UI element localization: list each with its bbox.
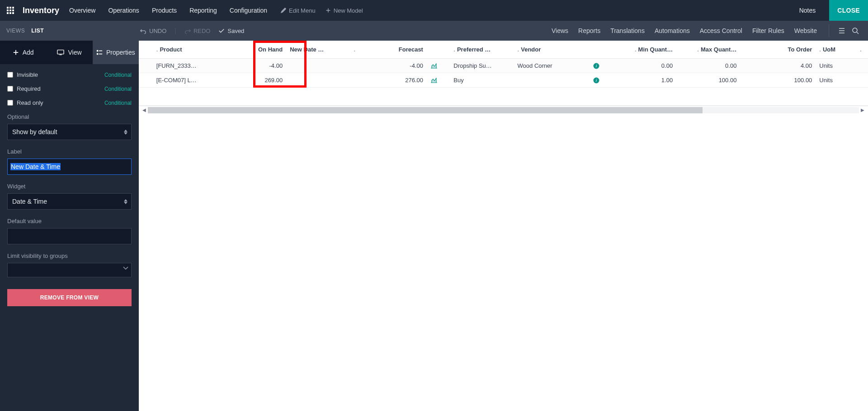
subbar-icons [829,24,862,37]
info-icon[interactable]: i [593,77,599,84]
widget-select[interactable]: Date & Time [7,193,132,210]
redo-button[interactable]: REDO [184,28,211,34]
app-name[interactable]: Inventory [21,6,66,15]
notes-button[interactable]: Notes [793,7,822,14]
col-new-date[interactable]: New Date … [286,41,350,59]
link-automations[interactable]: Automations [655,27,690,34]
info-icon[interactable]: i [593,63,599,69]
readonly-checkbox[interactable]: Read only [7,99,43,106]
readonly-conditional[interactable]: Conditional [104,100,132,106]
link-reports[interactable]: Reports [578,27,600,34]
chart-icon[interactable] [430,78,438,83]
forecast-chart-button[interactable] [427,59,450,73]
tab-properties[interactable]: Properties [93,41,139,64]
required-conditional[interactable]: Conditional [104,86,132,92]
main: .Product On Hand New Date … . Forecast .… [139,41,868,411]
check-icon [218,28,225,34]
cell-forecast: -4.00 [363,59,427,73]
optional-label: Optional [7,113,132,120]
remove-from-view-button[interactable]: REMOVE FROM VIEW [7,289,132,306]
close-button[interactable]: CLOSE [829,0,868,21]
link-website[interactable]: Website [794,27,817,34]
saved-label: Saved [227,28,244,34]
link-access-control[interactable]: Access Control [700,27,742,34]
tab-add[interactable]: Add [0,41,46,64]
table-row[interactable]: [FURN_2333…-4.00-4.00Dropship Su…Wood Co… [139,59,868,73]
search-icon[interactable] [849,24,862,37]
menu-operations[interactable]: Operations [108,7,139,14]
cell-new-date[interactable] [286,59,350,73]
label-input[interactable]: New Date & Time [10,163,61,170]
table-row[interactable]: [E-COM07] L…269.00276.00Buyi1.00100.0010… [139,73,868,88]
cell-new-date[interactable] [286,73,350,88]
cell-forecast: 276.00 [363,73,427,88]
saved-indicator: Saved [218,28,244,34]
optional-select[interactable]: Show by default [7,124,132,140]
apps-icon[interactable] [0,7,21,14]
cell-min-qty: 0.00 [613,59,676,73]
col-to-order[interactable]: To Order [740,41,816,59]
properties-icon [96,49,103,56]
scroll-track[interactable] [148,107,859,113]
menu-reporting[interactable]: Reporting [189,7,217,14]
cell-uom: Units [816,73,856,88]
edit-menu-button[interactable]: Edit Menu [281,7,316,14]
menu-overview[interactable]: Overview [69,7,95,14]
svg-rect-3 [7,9,9,11]
default-input[interactable] [7,228,132,244]
cell-to-order: 4.00 [740,59,816,73]
tab-properties-label: Properties [106,49,135,56]
col-product[interactable]: .Product [153,41,228,59]
col-dot1: . [350,41,363,59]
invisible-checkbox[interactable]: Invisible [7,71,38,78]
svg-rect-1 [9,7,11,9]
tab-view[interactable]: View [46,41,92,64]
list-view-icon[interactable] [835,24,848,37]
list-breadcrumb: LIST [31,28,44,34]
cell-on-hand: 269.00 [228,73,286,88]
new-model-label: New Model [334,7,363,14]
views-breadcrumb[interactable]: VIEWS [6,28,25,34]
groups-select[interactable] [7,263,132,277]
vendor-info-button[interactable]: i [590,73,613,88]
scroll-left-icon[interactable]: ◀ [142,107,146,112]
menu-products[interactable]: Products [152,7,177,14]
optional-value: Show by default [12,128,57,135]
new-model-button[interactable]: New Model [326,7,363,14]
cell-vendor: Wood Corner [514,59,590,73]
col-forecast[interactable]: Forecast [363,41,427,59]
svg-rect-0 [7,7,9,9]
undo-button[interactable]: UNDO [140,28,166,34]
properties-panel: Invisible Conditional Required Condition… [0,64,139,411]
cell-product: [FURN_2333… [153,59,228,73]
col-max-qty[interactable]: .Max Quant… [676,41,740,59]
col-vendor[interactable]: .Vendor [514,41,590,59]
col-on-hand[interactable]: On Hand [228,41,286,59]
chart-icon[interactable] [430,63,438,69]
link-filter-rules[interactable]: Filter Rules [752,27,784,34]
link-views[interactable]: Views [552,27,568,34]
groups-label: Limit visibility to groups [7,252,132,259]
scroll-right-icon[interactable]: ▶ [861,107,864,112]
edit-menu-label: Edit Menu [289,7,316,14]
scroll-thumb[interactable] [148,107,703,113]
plus-icon [326,8,331,13]
col-uom[interactable]: .UoM [816,41,856,59]
col-preferred[interactable]: .Preferred … [450,41,514,59]
required-checkbox[interactable]: Required [7,85,41,92]
cell-preferred: Dropship Su… [450,59,514,73]
vendor-info-button[interactable]: i [590,59,613,73]
invisible-conditional[interactable]: Conditional [104,72,132,78]
cell-to-order: 100.00 [740,73,816,88]
menu-configuration[interactable]: Configuration [230,7,267,14]
link-translations[interactable]: Translations [610,27,645,34]
tab-add-label: Add [23,49,34,56]
subbar-right: Views Reports Translations Automations A… [552,24,868,37]
cell-on-hand: -4.00 [228,59,286,73]
forecast-chart-button[interactable] [427,73,450,88]
label-input-wrap[interactable]: New Date & Time [7,159,132,175]
sidebar-tabs: Add View Properties [0,41,139,64]
cell-max-qty: 0.00 [676,59,740,73]
horizontal-scrollbar[interactable]: ◀ ▶ [139,106,868,114]
col-min-qty[interactable]: .Min Quant… [613,41,676,59]
